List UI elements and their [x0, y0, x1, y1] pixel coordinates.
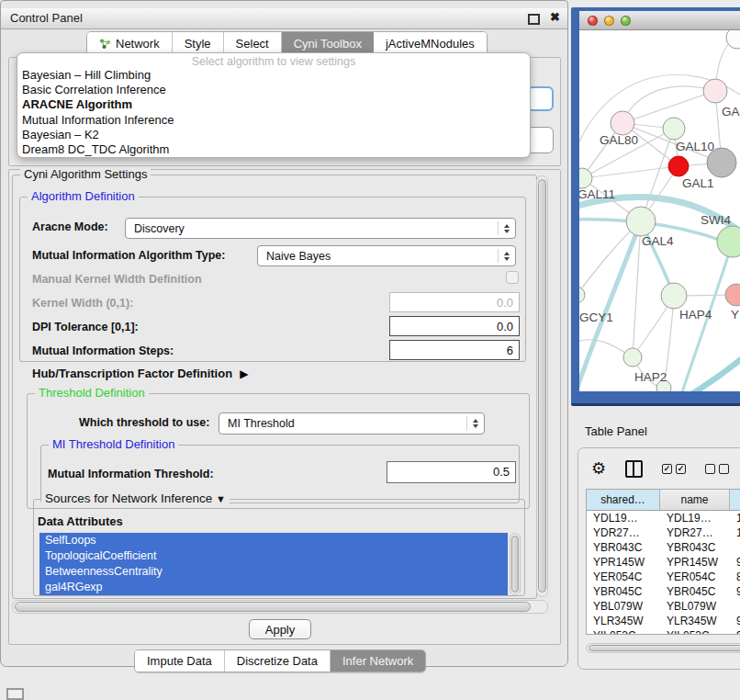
- network-node[interactable]: [579, 287, 585, 303]
- column-header-shared[interactable]: shared…: [587, 490, 660, 510]
- network-edge[interactable]: [682, 350, 740, 391]
- dpi-tolerance-field[interactable]: 0.0: [389, 316, 520, 336]
- aracne-mode-combo[interactable]: Discovery: [125, 218, 516, 239]
- network-node[interactable]: [579, 168, 592, 188]
- table-row[interactable]: YDL19…YDL19…13: [587, 511, 740, 525]
- control-panel-titlebar[interactable]: Control Panel ✖: [1, 8, 567, 29]
- close-icon[interactable]: ✖: [550, 10, 560, 24]
- table-cell: 12: [730, 525, 740, 540]
- column-header-a[interactable]: A: [730, 490, 740, 510]
- table-row[interactable]: YIL053CYIL053C9.: [587, 628, 740, 635]
- tab-jactivemnodules[interactable]: jActiveMNodules: [374, 32, 487, 54]
- table-horizontal-scrollbar[interactable]: [586, 643, 740, 653]
- settings-vertical-scrollbar[interactable]: [536, 175, 548, 597]
- collapse-arrow-icon[interactable]: ▼: [216, 493, 226, 504]
- table-cell: YBR045C: [587, 584, 660, 599]
- restore-panel-button[interactable]: [6, 688, 24, 700]
- deselect-all-icon[interactable]: [705, 464, 729, 474]
- node-label-gcy1: GCY1: [579, 310, 613, 324]
- table-cell: 9.: [730, 584, 740, 599]
- attribute-item-betweennesscentrality[interactable]: BetweennessCentrality: [39, 564, 508, 580]
- manual-kernel-checkbox[interactable]: [506, 271, 519, 284]
- select-all-icon[interactable]: ✓✓: [662, 464, 686, 474]
- zoom-traffic-light-icon[interactable]: [621, 16, 631, 26]
- settings-horizontal-scrollbar[interactable]: [12, 600, 548, 614]
- table-row[interactable]: YBR043CYBR043C: [587, 540, 740, 555]
- minimize-traffic-light-icon[interactable]: [604, 16, 614, 26]
- attribute-item-selfloops[interactable]: SelfLoops: [39, 533, 508, 548]
- gear-icon[interactable]: ⚙: [591, 460, 606, 477]
- data-attributes-label: Data Attributes: [38, 514, 123, 528]
- tab-impute-data[interactable]: Impute Data: [135, 650, 225, 672]
- hub-definition-label: Hub/Transcription Factor Definition: [32, 367, 232, 380]
- network-edge[interactable]: [622, 91, 715, 123]
- cyni-bottom-tab-bar: Impute DataDiscretize DataInfer Network: [134, 649, 426, 672]
- network-node[interactable]: [725, 284, 740, 306]
- manual-kernel-label: Manual Kernel Width Definition: [32, 273, 202, 286]
- table-row[interactable]: YBR045CYBR045C9.: [587, 584, 740, 599]
- network-canvas[interactable]: GALGAL80GAL10GAL1GAL11GAL4SWI4GCY1HAP4YH…: [579, 30, 740, 391]
- network-node[interactable]: [726, 30, 740, 49]
- tab-style[interactable]: Style: [173, 32, 224, 54]
- which-threshold-value: MI Threshold: [219, 417, 466, 430]
- combo-arrows-icon: [498, 221, 515, 235]
- table-cell: YBR045C: [660, 584, 730, 599]
- algorithm-option-aracne-algorithm[interactable]: ARACNE Algorithm: [17, 97, 530, 112]
- network-node[interactable]: [668, 156, 689, 176]
- hidden-combo[interactable]: [527, 127, 554, 153]
- node-label-y: Y: [731, 308, 739, 322]
- table-row[interactable]: YDR27…YDR27…12: [587, 525, 740, 540]
- mi-steps-field[interactable]: 6: [389, 340, 520, 360]
- tab-infer-network[interactable]: Infer Network: [331, 650, 425, 672]
- attribute-item-gal4rgexp[interactable]: gal4RGexp: [39, 580, 508, 595]
- split-view-icon[interactable]: [625, 460, 643, 478]
- apply-button[interactable]: Apply: [249, 619, 311, 639]
- mi-type-combo[interactable]: Naive Bayes: [257, 245, 516, 266]
- network-node[interactable]: [663, 118, 685, 140]
- tab-discretize-data[interactable]: Discretize Data: [225, 650, 331, 672]
- expand-arrow-icon[interactable]: ▶: [240, 367, 248, 380]
- table-cell: YDR27…: [660, 525, 730, 540]
- which-threshold-combo[interactable]: MI Threshold: [219, 412, 485, 435]
- algorithm-dropdown: Select algorithm to view settings Bayesi…: [17, 52, 531, 158]
- table-row[interactable]: YPR145WYPR145W9.: [587, 555, 740, 570]
- kernel-width-field[interactable]: 0.0: [389, 292, 520, 312]
- close-traffic-light-icon[interactable]: [588, 16, 598, 26]
- tab-label: Network: [116, 37, 160, 51]
- network-edge[interactable]: [582, 166, 678, 178]
- network-node[interactable]: [661, 283, 687, 309]
- algorithm-option-bayesian-k2[interactable]: Bayesian – K2: [17, 128, 530, 142]
- float-window-icon[interactable]: [528, 14, 540, 25]
- algorithm-option-basic-correlation-inference[interactable]: Basic Correlation Inference: [17, 83, 530, 97]
- tab-select[interactable]: Select: [224, 32, 282, 54]
- mi-threshold-field[interactable]: 0.5: [387, 461, 516, 483]
- mi-threshold-label: Mutual Information Threshold:: [48, 468, 214, 480]
- algorithm-option-mutual-information-inference[interactable]: Mutual Information Inference: [17, 113, 530, 128]
- network-node[interactable]: [623, 348, 642, 367]
- table-cell: YLR345W: [587, 614, 660, 628]
- algorithm-option-dream8-dc-tdc-algorithm[interactable]: Dream8 DC_TDC Algorithm: [17, 142, 530, 157]
- hub-definition-expander[interactable]: Hub/Transcription Factor Definition ▶: [32, 367, 248, 380]
- data-attributes-list[interactable]: SelfLoopsTopologicalCoefficientBetweenne…: [39, 533, 508, 595]
- hidden-combo-focused[interactable]: [527, 86, 554, 111]
- network-edge[interactable]: [622, 86, 715, 123]
- column-header-name[interactable]: name: [660, 490, 730, 510]
- network-node[interactable]: [611, 111, 634, 135]
- algorithm-option-bayesian-hill-climbing[interactable]: Bayesian – Hill Climbing: [17, 68, 530, 83]
- network-node[interactable]: [626, 207, 656, 236]
- tab-label: Select: [236, 37, 269, 51]
- table-row[interactable]: YER054CYER054C8.: [587, 570, 740, 584]
- network-graph[interactable]: GALGAL80GAL10GAL1GAL11GAL4SWI4GCY1HAP4YH…: [579, 30, 740, 391]
- node-label-gal1: GAL1: [682, 176, 714, 190]
- tab-network[interactable]: Network: [87, 32, 173, 54]
- network-window-titlebar[interactable]: [579, 11, 740, 30]
- network-node[interactable]: [703, 79, 727, 103]
- table-row[interactable]: YBL079WYBL079W: [587, 599, 740, 614]
- node-label-gal10: GAL10: [676, 140, 714, 153]
- tab-cyni-toolbox[interactable]: Cyni Toolbox: [282, 32, 374, 54]
- network-node[interactable]: [717, 226, 740, 257]
- table-row[interactable]: YLR345WYLR345W9.: [587, 614, 740, 628]
- attributes-list-scrollbar[interactable]: [510, 533, 521, 595]
- attribute-item-topologicalcoefficient[interactable]: TopologicalCoefficient: [39, 548, 508, 564]
- sources-title: Sources for Network Inference ▼: [41, 491, 230, 505]
